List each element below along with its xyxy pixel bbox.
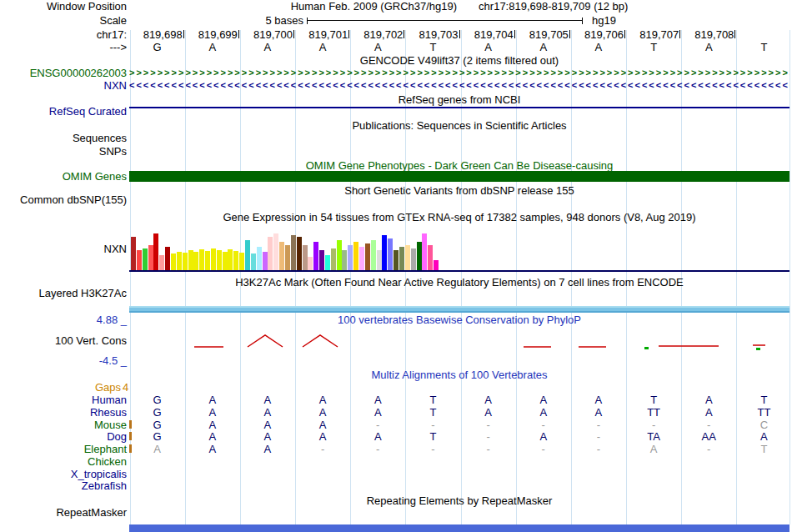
gtex-bar: [365, 243, 370, 270]
track-label-common-dbsnp[interactable]: Common dbSNP(155): [20, 194, 127, 205]
alignment-base: A: [361, 431, 394, 442]
alignment-base: TT: [637, 407, 670, 418]
track-label-gaps[interactable]: Gaps: [95, 382, 121, 393]
gtex-bar: [165, 247, 170, 270]
gtex-bar: [359, 247, 364, 270]
track-heading-refseq[interactable]: RefSeq genes from NCBI: [129, 94, 789, 105]
ruler-tick: [569, 30, 570, 38]
track-label-snps[interactable]: SNPs: [99, 146, 127, 157]
ruler-position: 819,705: [519, 29, 569, 40]
gtex-bar: [393, 250, 399, 270]
gtex-bar: [348, 245, 353, 270]
alignment-base: -: [582, 419, 615, 430]
alignment-base: -: [692, 444, 725, 454]
reference-base: T: [637, 42, 670, 53]
gtex-bar: [319, 250, 324, 270]
ruler-position: 819,708: [684, 29, 734, 40]
gtex-bar: [239, 253, 244, 270]
gtex-bar: [268, 237, 273, 270]
alignment-base: C: [747, 419, 780, 430]
h3k27ac-signal-band[interactable]: [129, 306, 789, 313]
species-label-mouse[interactable]: Mouse: [94, 419, 127, 430]
omim-gene-bar[interactable]: [129, 171, 789, 182]
gene-label-NXN[interactable]: NXN: [104, 80, 127, 91]
track-heading-repeatmasker[interactable]: Repeating Elements by RepeatMasker: [129, 495, 789, 506]
species-label-x_tropicalis[interactable]: X_tropicalis: [71, 469, 127, 479]
gene-strand-arrows-NXN[interactable]: <<<<<<<<<<<<<<<<<<<<<<<<<<<<<<<<<<<<<<<<…: [129, 80, 789, 91]
gtex-bar: [143, 248, 148, 270]
alignment-base: A: [196, 444, 229, 454]
track-label-omim-genes[interactable]: OMIM Genes: [63, 171, 127, 182]
track-label-gtex-gene[interactable]: NXN: [104, 243, 127, 254]
gtex-bar: [188, 250, 193, 270]
track-label-layered-h3k27ac[interactable]: Layered H3K27Ac: [38, 288, 127, 299]
alignment-base: A: [141, 444, 174, 454]
track-label-refseq-curated[interactable]: RefSeq Curated: [49, 106, 127, 117]
track-heading-publications[interactable]: Publications: Sequences in Scientific Ar…: [129, 120, 789, 131]
reference-base: A: [306, 42, 339, 53]
track-label-sequences[interactable]: Sequences: [73, 133, 127, 143]
alignment-base: A: [306, 419, 339, 430]
alignment-base: T: [747, 444, 780, 454]
gtex-bar: [159, 255, 164, 270]
position-range: chr17:819,698-819,709 (12 bp): [479, 0, 628, 13]
species-label-elephant[interactable]: Elephant: [84, 444, 127, 454]
alignment-base: G: [141, 419, 174, 430]
ruler-tick: [238, 30, 239, 38]
chromosome-label: chr17:: [97, 29, 127, 40]
track-heading-omim[interactable]: OMIM Gene Phenotypes - Dark Green Can Be…: [129, 160, 789, 171]
assembly-title: Human Feb. 2009 (GRCh37/hg19): [291, 0, 457, 13]
alignment-base: A: [196, 407, 229, 418]
gtex-expression-bars[interactable]: [131, 230, 448, 270]
track-heading-gencode[interactable]: GENCODE V49lift37 (2 items filtered out): [129, 55, 789, 66]
track-label-phylop-max[interactable]: 4.88 _: [97, 314, 127, 325]
species-label-dog[interactable]: Dog: [107, 431, 127, 442]
ruler-tick: [624, 30, 625, 38]
species-label-chicken[interactable]: Chicken: [88, 456, 127, 467]
gtex-bar: [342, 250, 347, 270]
alignment-base: -: [472, 444, 505, 454]
track-heading-dbsnp[interactable]: Short Genetic Variants from dbSNP releas…: [129, 185, 789, 196]
gtex-bar: [131, 237, 136, 270]
alignment-base: A: [472, 394, 505, 405]
gtex-bar: [217, 250, 222, 270]
alignment-base: A: [472, 407, 505, 418]
gtex-bar: [303, 245, 308, 270]
scale-label: Scale: [99, 15, 127, 26]
alignment-base: -: [416, 419, 449, 430]
ruler-tick: [459, 30, 460, 38]
alignment-base: A: [251, 407, 284, 418]
gene-strand-arrows-ENSG00000262003[interactable]: >>>>>>>>>>>>>>>>>>>>>>>>>>>>>>>>>>>>>>>>…: [129, 68, 789, 78]
refseq-gene-line[interactable]: [129, 107, 789, 108]
alignment-base: A: [527, 407, 560, 418]
species-label-human[interactable]: Human: [92, 394, 127, 405]
reference-base: A: [361, 42, 394, 53]
track-label-vert-cons[interactable]: 100 Vert. Cons: [55, 335, 127, 346]
track-heading-phylop[interactable]: 100 vertebrates Basewise Conservation by…: [129, 314, 789, 325]
ruler-position: 819,698: [133, 29, 183, 40]
ruler-position: 819,699: [188, 29, 238, 40]
alignment-base: A: [692, 407, 725, 418]
assembly-name: hg19: [592, 15, 616, 26]
species-label-rhesus[interactable]: Rhesus: [90, 407, 127, 418]
track-heading-h3k27ac[interactable]: H3K27Ac Mark (Often Found Near Active Re…: [129, 277, 789, 288]
gene-label-ENSG00000262003[interactable]: ENSG00000262003: [30, 68, 127, 78]
alignment-insert-tick: [129, 444, 132, 453]
alignment-base: T: [416, 407, 449, 418]
track-label-repeatmasker[interactable]: RepeatMasker: [56, 507, 127, 518]
track-heading-gtex[interactable]: Gene Expression in 54 tissues from GTEx …: [129, 212, 789, 223]
reference-base: G: [141, 42, 174, 53]
track-label-phylop-min[interactable]: -4.5 _: [99, 355, 127, 366]
gtex-bar: [382, 235, 387, 270]
ruler-tick: [514, 30, 515, 38]
reference-base: T: [747, 42, 780, 53]
scale-bracket: [307, 18, 583, 24]
alignment-base: G: [141, 431, 174, 442]
gtex-bar: [337, 240, 342, 270]
alignment-base: A: [306, 407, 339, 418]
species-label-zebrafish[interactable]: Zebrafish: [82, 480, 127, 491]
gtex-bar: [399, 247, 404, 270]
track-heading-multiz[interactable]: Multiz Alignments of 100 Vertebrates: [129, 369, 789, 380]
alignment-base: A: [361, 407, 394, 418]
phylop-wiggle[interactable]: [129, 325, 789, 363]
